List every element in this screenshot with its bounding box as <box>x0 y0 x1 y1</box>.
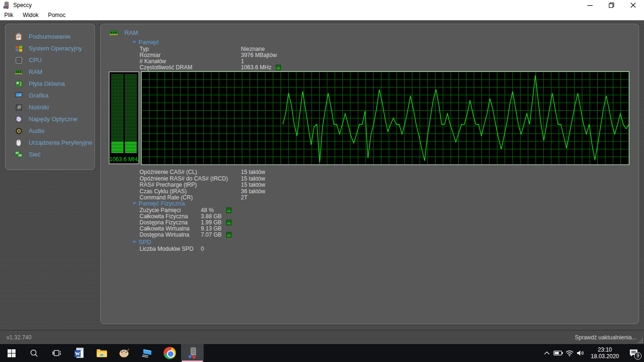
cpu-icon <box>15 56 23 64</box>
row-label: Częstotliwość DRAM <box>140 65 241 71</box>
activity-led-icon <box>226 207 231 213</box>
menu-plik[interactable]: Plik <box>0 10 18 20</box>
network-icon <box>15 150 23 158</box>
table-row: Dostępna Wirtualna7.07 GB <box>140 232 231 238</box>
connect-app-button[interactable] <box>136 344 158 362</box>
section-title: Pamięć Fizyczna <box>139 200 185 207</box>
start-button[interactable] <box>0 344 23 362</box>
row-value: 15 taktów <box>241 176 265 182</box>
speccy-app-icon <box>3 1 10 9</box>
sidebar-item-siec[interactable]: Sieć <box>5 148 95 160</box>
gauge-bars <box>111 74 137 153</box>
version-label: v1.32.740 <box>7 334 32 341</box>
speaker-icon <box>15 127 23 135</box>
section-spd[interactable]: SPD <box>132 239 151 246</box>
resize-grip[interactable] <box>637 337 643 343</box>
wifi-icon[interactable] <box>564 344 575 362</box>
battery-icon[interactable] <box>553 344 564 362</box>
word-icon: W <box>74 347 84 359</box>
sidebar-item-cpu[interactable]: CPU <box>5 54 95 66</box>
section-title: Pamięć <box>139 39 159 46</box>
chrome-button[interactable] <box>158 344 181 362</box>
monitor-icon <box>15 91 23 99</box>
section-pamiec-fizyczna[interactable]: Pamięć Fizyczna <box>132 200 185 207</box>
sidebar-item-system-operacyjny[interactable]: System Operacyjny <box>5 42 95 54</box>
ram-icon <box>15 68 23 76</box>
volume-icon[interactable] <box>575 344 586 362</box>
sidebar-item-ram[interactable]: RAM <box>5 66 95 78</box>
windows-start-icon <box>8 349 16 357</box>
task-view-icon <box>52 349 61 357</box>
close-icon <box>630 2 636 8</box>
app-background: Podsumowanie System Operacyjny CPU RAM <box>0 20 644 330</box>
sidebar-item-podsumowanie[interactable]: Podsumowanie <box>5 31 95 42</box>
action-center-button[interactable]: 9 <box>623 344 644 362</box>
menu-pomoc[interactable]: Pomoc <box>43 10 70 20</box>
word-button[interactable]: W <box>68 344 91 362</box>
row-value: 3976 MBajtów <box>241 52 277 58</box>
section-title: SPD <box>139 239 151 246</box>
sidebar-item-label: CPU <box>29 57 41 64</box>
activity-led-icon <box>276 65 281 70</box>
taskbar: W <box>0 344 644 362</box>
dram-frequency-chart <box>141 71 629 165</box>
restore-button[interactable] <box>601 0 622 10</box>
sidebar-item-nosniki[interactable]: Nośniki <box>5 101 95 113</box>
minimize-icon <box>587 3 593 8</box>
sidebar: Podsumowanie System Operacyjny CPU RAM <box>5 24 95 170</box>
paint-icon <box>119 347 130 359</box>
sidebar-item-urzadzenia-peryferyjne[interactable]: Urządzenia Peryferyjne <box>5 137 95 148</box>
sidebar-item-label: Płyta Główna <box>29 80 65 87</box>
section-pamiec[interactable]: Pamięć <box>132 39 159 46</box>
sidebar-item-label: System Operacyjny <box>29 45 82 52</box>
sidebar-item-napedy-optyczne[interactable]: Napędy Optyczne <box>5 113 95 125</box>
row-value: 2T <box>241 195 248 201</box>
row-value: 15 taktów <box>241 182 265 188</box>
row-label: Opóźnienie CAS# (CL) <box>140 169 241 175</box>
task-view-button[interactable] <box>45 344 68 362</box>
clock-time: 23:10 <box>586 346 623 353</box>
sidebar-item-label: Audio <box>29 127 44 134</box>
clipboard-icon <box>15 33 23 41</box>
mouse-icon <box>15 139 23 147</box>
motherboard-icon <box>15 80 23 88</box>
search-icon <box>30 349 38 357</box>
chrome-icon <box>164 347 176 359</box>
close-button[interactable] <box>622 0 644 10</box>
main-panel: RAM Pamięć TypNieznane Rozmiar3976 MBajt… <box>100 24 639 324</box>
row-label: Dostępna Wirtualna <box>140 232 201 238</box>
search-button[interactable] <box>23 344 45 362</box>
taskbar-speccy-button[interactable] <box>181 344 204 362</box>
folder-icon <box>96 348 107 358</box>
desktop: Speccy Plik Widok Pomoc <box>0 0 644 362</box>
windows-icon <box>15 44 23 52</box>
sidebar-item-grafika[interactable]: Grafika <box>5 90 95 101</box>
check-updates-link[interactable]: Sprawdź uaktualnienia... <box>575 334 636 341</box>
sidebar-item-audio[interactable]: Audio <box>5 125 95 137</box>
taskbar-clock[interactable]: 23:10 18.03.2020 <box>586 346 623 360</box>
sidebar-item-plyta-glowna[interactable]: Płyta Główna <box>5 78 95 90</box>
row-value: 7.07 GB <box>201 232 226 238</box>
table-row: Opóźnienie RAS# do CAS# (tRCD)15 taktów <box>140 176 265 182</box>
page-title: RAM <box>109 29 138 36</box>
file-explorer-button[interactable] <box>91 344 113 362</box>
speccy-icon <box>187 347 198 359</box>
sidebar-item-label: Napędy Optyczne <box>29 115 77 123</box>
clock-date: 18.03.2020 <box>586 353 623 360</box>
row-label: RAS# Precharge (tRP) <box>140 182 241 188</box>
row-value: 36 taktów <box>241 189 265 195</box>
paint-button[interactable] <box>113 344 136 362</box>
table-row: Czas Cyklu (tRAS)36 taktów <box>140 189 265 195</box>
sidebar-item-label: Grafika <box>29 92 49 99</box>
sidebar-item-label: Urządzenia Peryferyjne <box>29 139 92 146</box>
row-label: Czas Cyklu (tRAS) <box>140 189 241 195</box>
menu-widok[interactable]: Widok <box>18 10 43 20</box>
physical-memory-rows: Zużycie Pamięci48 % Całkowita Fizyczna3.… <box>140 207 231 238</box>
ram-icon <box>109 29 118 36</box>
tray-chevron-icon[interactable] <box>541 344 553 362</box>
system-tray: 23:10 18.03.2020 9 <box>541 344 644 362</box>
row-label: Opóźnienie RAS# do CAS# (tRCD) <box>140 176 241 182</box>
table-row: RAS# Precharge (tRP)15 taktów <box>140 182 265 189</box>
row-value: 1063.6 MHz <box>241 65 276 71</box>
minimize-button[interactable] <box>579 0 601 10</box>
